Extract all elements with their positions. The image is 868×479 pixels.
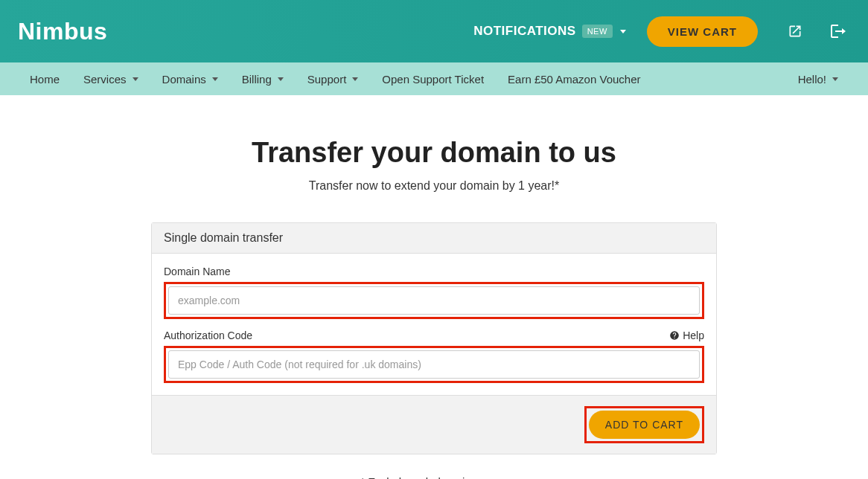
domain-name-label: Domain Name bbox=[164, 266, 230, 277]
notifications-label: NOTIFICATIONS bbox=[473, 24, 575, 39]
footnote: * Excludes .uk domain names bbox=[151, 475, 717, 479]
chevron-down-icon bbox=[352, 77, 358, 81]
chevron-down-icon bbox=[278, 77, 284, 81]
help-icon bbox=[669, 330, 680, 341]
nav-greeting[interactable]: Hello! bbox=[786, 62, 850, 95]
help-link[interactable]: Help bbox=[669, 329, 704, 341]
logout-icon[interactable] bbox=[829, 22, 847, 40]
page-title: Transfer your domain to us bbox=[151, 137, 717, 169]
nav-domains[interactable]: Domains bbox=[150, 62, 230, 95]
chevron-down-icon bbox=[620, 30, 626, 33]
nav-greeting-label: Hello! bbox=[798, 73, 826, 86]
chevron-down-icon bbox=[212, 77, 218, 81]
nav-item-label: Billing bbox=[242, 73, 272, 86]
nav-item-label: Earn £50 Amazon Voucher bbox=[508, 73, 640, 86]
help-label: Help bbox=[683, 329, 704, 341]
navbar: Home Services Domains Billing Support Op… bbox=[0, 62, 868, 95]
panel-header: Single domain transfer bbox=[152, 223, 716, 254]
add-to-cart-button[interactable]: ADD TO CART bbox=[589, 411, 700, 439]
notifications-link[interactable]: NOTIFICATIONS NEW bbox=[473, 24, 626, 39]
panel-footer: ADD TO CART bbox=[152, 395, 716, 454]
nav-item-label: Support bbox=[307, 73, 347, 86]
nav-item-label: Services bbox=[83, 73, 127, 86]
logo[interactable]: Nimbus bbox=[18, 18, 107, 45]
transfer-panel: Single domain transfer Domain Name Autho… bbox=[151, 222, 717, 454]
auth-input-highlight bbox=[164, 346, 704, 383]
nav-support[interactable]: Support bbox=[296, 62, 371, 95]
add-to-cart-highlight: ADD TO CART bbox=[584, 406, 704, 443]
nav-item-label: Open Support Ticket bbox=[382, 73, 484, 86]
nav-services[interactable]: Services bbox=[71, 62, 150, 95]
content: Transfer your domain to us Transfer now … bbox=[151, 95, 717, 479]
nav-earn-voucher[interactable]: Earn £50 Amazon Voucher bbox=[496, 62, 652, 95]
chevron-down-icon bbox=[133, 77, 138, 81]
nav-open-ticket[interactable]: Open Support Ticket bbox=[370, 62, 496, 95]
view-cart-button[interactable]: VIEW CART bbox=[647, 16, 758, 47]
nav-item-label: Domains bbox=[162, 73, 206, 86]
nav-billing[interactable]: Billing bbox=[230, 62, 296, 95]
domain-input-highlight bbox=[164, 282, 704, 319]
nav-item-label: Home bbox=[30, 73, 60, 86]
topbar: Nimbus NOTIFICATIONS NEW VIEW CART bbox=[0, 0, 868, 62]
auth-code-input[interactable] bbox=[168, 350, 700, 379]
domain-name-input[interactable] bbox=[168, 286, 700, 315]
page-subtitle: Transfer now to extend your domain by 1 … bbox=[151, 179, 717, 193]
external-link-icon[interactable] bbox=[788, 24, 802, 39]
new-badge: NEW bbox=[582, 25, 613, 38]
panel-body: Domain Name Authorization Code Help bbox=[152, 254, 716, 395]
chevron-down-icon bbox=[832, 77, 838, 81]
auth-code-label: Authorization Code bbox=[164, 329, 252, 341]
nav-home[interactable]: Home bbox=[18, 62, 71, 95]
logo-text: Nimbus bbox=[18, 18, 107, 45]
